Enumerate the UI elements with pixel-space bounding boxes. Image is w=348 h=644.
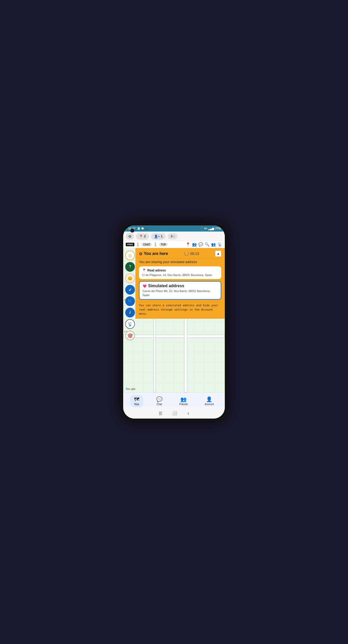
panel-divider-1 — [139, 258, 221, 258]
focus-pill[interactable]: ⊙ — [126, 233, 134, 240]
people-icon[interactable]: 👥 — [211, 242, 216, 247]
sim-pin-icon: 💗 — [143, 284, 147, 288]
green-pin-icon: 📍 — [142, 268, 146, 272]
chat-bubble-icon[interactable]: 💬 — [198, 242, 203, 247]
status-bar: 12:47 🖼 💬 📞 📍 5G ▂▄▆ 77% — [123, 225, 225, 232]
real-address-text: C/ de Pitàgores, 14, Nou Barris, 08031 B… — [142, 273, 218, 277]
google-logo: Google — [126, 387, 135, 390]
map-icon: 🗺 — [134, 396, 139, 402]
check-icon: ✔ — [129, 287, 132, 292]
panel-subtitle: You are sharing your simulated address — [139, 260, 221, 264]
call-icon: 📞 — [145, 227, 148, 230]
smiley-icon: 😊 — [128, 276, 133, 281]
location-dot-icon: ⊙ — [139, 251, 142, 256]
account-icon: 👤 — [206, 396, 212, 402]
battery-pct: 77% — [215, 227, 221, 230]
action-icons-group: 📍 👥 💬 🔍 👥 📡 — [186, 242, 222, 247]
panel-header: ⊙ You are here 00:13 ▲ — [139, 251, 221, 257]
info-button[interactable]: i — [125, 308, 135, 317]
bottom-nav: 🗺 Map 💬 Chat 👥 Friends 👤 Account — [123, 392, 225, 408]
nav-home-button[interactable]: ⬜ — [172, 411, 177, 416]
chevron-up-icon: ▲ — [217, 252, 220, 255]
info-panel: ⊙ You are here 00:13 ▲ You are sharing y… — [135, 248, 225, 319]
gallery-icon: 🖼 — [137, 227, 140, 230]
map-pin-icon[interactable]: 📍 — [186, 242, 191, 247]
panel-footer: You can share a simulated address and hi… — [139, 303, 221, 316]
emoji-button[interactable]: 😊 — [125, 273, 135, 283]
left-sidebar-icons: ◎ ? 😊 ✔ 💙 i 📡 — [125, 251, 135, 340]
top-badge[interactable]: TOP — [159, 243, 168, 247]
chat-badge[interactable]: CHAT — [141, 243, 152, 247]
crosshair-icon: ◎ — [128, 253, 132, 258]
camera-notch — [130, 228, 134, 233]
heart-button[interactable]: 💙 — [125, 296, 135, 306]
target-button[interactable]: 🎯 — [125, 331, 135, 340]
search-people-icon[interactable]: 🔍 — [205, 242, 210, 247]
info-icon: i — [130, 310, 131, 315]
phone-screen: 12:47 🖼 💬 📞 📍 5G ▂▄▆ 77% ⊙ 📍 2 👤+ — [123, 225, 225, 419]
add-friend-pill[interactable]: 👤+ 1 — [151, 233, 166, 240]
antenna-button[interactable]: 📡 — [125, 319, 135, 329]
notif-bar: ⊙ 📍 2 👤+ 1 3 › — [123, 232, 225, 241]
panel-divider-2 — [139, 302, 221, 302]
phone-frame: 12:47 🖼 💬 📞 📍 5G ▂▄▆ 77% ⊙ 📍 2 👤+ — [121, 223, 227, 421]
pin-count: 2 — [144, 235, 146, 238]
simulated-address-card[interactable]: 💗 Simulated address Carrer del Pintor Mi… — [139, 281, 221, 300]
verify-button[interactable]: ✔ — [125, 285, 135, 295]
circle-count-pill[interactable]: 3 › — [168, 233, 177, 239]
question-icon: ? — [129, 265, 131, 269]
network-5g: 5G — [204, 227, 207, 230]
add-person-icon-action[interactable]: 👥 — [192, 242, 197, 247]
add-person-icon: 👤+ — [154, 235, 160, 238]
circle-count: 3 — [171, 235, 172, 238]
focus-icon: ⊙ — [128, 234, 131, 238]
location-share-icon[interactable]: 📡 — [217, 242, 222, 247]
add-friend-count: 1 — [161, 235, 163, 238]
nav-friends-label: Friends — [179, 403, 188, 406]
nav-back-button[interactable]: ‹ — [187, 410, 189, 416]
nav-friends[interactable]: 👥 Friends — [175, 395, 192, 407]
timer-value: 00:13 — [190, 252, 199, 256]
nav-account[interactable]: 👤 Account — [201, 395, 218, 407]
road-h2 — [123, 335, 225, 338]
pin-count-pill[interactable]: 📍 2 — [136, 233, 149, 240]
simulated-address-text: Carrer del Pintor Mir, 22, Nou Barris, 0… — [143, 289, 218, 297]
free-badge: FREE — [126, 243, 134, 246]
nav-map-label: Map — [134, 403, 139, 406]
location-icon: 📍 — [200, 227, 203, 230]
panel-title: ⊙ You are here — [139, 251, 168, 256]
timer-circle-icon — [184, 251, 189, 256]
action-bar: FREE 🚶 CHAT 🚶 TOP 📍 👥 💬 🔍 👥 📡 — [123, 241, 225, 248]
target-icon: 🎯 — [128, 333, 133, 338]
msg-icon: 💬 — [141, 227, 144, 230]
collapse-button[interactable]: ▲ — [215, 251, 221, 257]
system-nav-bar: ||| ⬜ ‹ — [123, 408, 225, 419]
real-address-title: 📍 Real adress — [142, 268, 218, 272]
person-icon-1: 🚶 — [136, 243, 140, 247]
panel-timer: 00:13 — [184, 251, 199, 256]
location-center-button[interactable]: ◎ — [125, 251, 135, 260]
antenna-icon: 📡 — [128, 322, 133, 327]
status-right: 📍 5G ▂▄▆ 77% — [200, 227, 221, 230]
friends-icon: 👥 — [180, 396, 187, 402]
signal-bars: ▂▄▆ — [208, 227, 214, 230]
nav-chat[interactable]: 💬 Chat — [152, 395, 167, 407]
simulated-address-title: 💗 Simulated address — [143, 284, 218, 288]
person-icon-2: 🚶 — [153, 243, 157, 247]
real-address-card[interactable]: 📍 Real adress C/ de Pitàgores, 14, Nou B… — [139, 266, 221, 279]
map-area: B-20 15 ◎ ? 😊 ✔ 💙 — [123, 248, 225, 392]
help-button[interactable]: ? — [125, 262, 135, 272]
heart-icon: 💙 — [128, 299, 133, 304]
chat-icon: 💬 — [156, 396, 163, 402]
pin-icon: 📍 — [139, 235, 143, 238]
nav-chat-label: Chat — [157, 403, 162, 406]
arrow-icon: › — [173, 235, 174, 238]
nav-map[interactable]: 🗺 Map — [130, 395, 143, 407]
nav-account-label: Account — [205, 403, 214, 406]
nav-recents-button[interactable]: ||| — [159, 411, 162, 416]
